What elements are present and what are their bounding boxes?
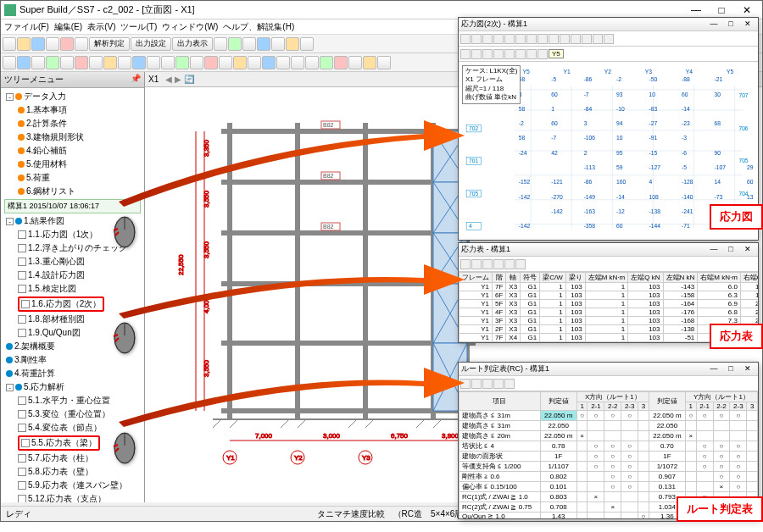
tb-icon[interactable] — [46, 37, 59, 51]
tb-icon[interactable] — [118, 56, 131, 69]
minimize-button[interactable]: — — [684, 3, 708, 17]
tb-icon[interactable] — [348, 56, 362, 69]
mini-tb[interactable] — [482, 49, 493, 59]
mini-tb[interactable] — [526, 34, 537, 44]
tree-item[interactable]: 1.5.検定比図 — [3, 282, 142, 296]
min-icon[interactable]: — — [706, 19, 721, 30]
tb-icon[interactable] — [228, 37, 242, 51]
mini-tb[interactable] — [460, 259, 471, 269]
mini-tb[interactable] — [604, 34, 614, 44]
tree-item[interactable]: 1.基本事項 — [3, 103, 142, 117]
menu-file[interactable]: ファイル(F) — [4, 21, 49, 33]
tree-item[interactable]: 2.計算条件 — [3, 117, 142, 130]
mini-tb[interactable] — [537, 49, 548, 59]
tree-item[interactable]: 5.3.変位（重心位置） — [3, 407, 142, 421]
tree-item[interactable]: 5.4.変位表（節点） — [3, 421, 142, 435]
tb-icon[interactable] — [175, 56, 189, 69]
mini-tb[interactable] — [560, 34, 570, 44]
mini-tb[interactable] — [482, 259, 493, 269]
tb-icon[interactable] — [3, 37, 16, 51]
mini-tb[interactable] — [515, 259, 526, 269]
mini-tb[interactable] — [482, 379, 493, 389]
tb-icon[interactable] — [262, 56, 276, 69]
tree-item[interactable]: 5.使用材料 — [3, 158, 142, 171]
tree-highlight-2[interactable]: 5.5.応力表（梁） — [3, 435, 142, 452]
close-icon[interactable]: ✕ — [740, 19, 755, 30]
tb-icon[interactable] — [305, 56, 319, 69]
max-icon[interactable]: □ — [723, 245, 738, 255]
tb-icon[interactable] — [75, 37, 88, 51]
tb-icon[interactable] — [31, 56, 45, 69]
tb-icon[interactable] — [103, 56, 117, 69]
menu-edit[interactable]: 編集(E) — [54, 21, 82, 33]
menu-view[interactable]: 表示(V) — [87, 21, 115, 33]
tree-node-data-input[interactable]: -データ入力 — [3, 90, 142, 103]
mini-tb[interactable] — [493, 49, 504, 59]
tb-shutsuryokuhyoji[interactable]: 出力表示 — [172, 37, 213, 51]
close-icon[interactable]: ✕ — [740, 364, 755, 374]
close-button[interactable]: ✕ — [735, 3, 759, 17]
min-icon[interactable]: — — [706, 364, 721, 374]
tb-icon[interactable] — [190, 56, 203, 69]
mini-tb[interactable] — [504, 34, 515, 44]
maximize-button[interactable]: □ — [710, 3, 733, 17]
tree-item[interactable]: 6.鋼材リスト — [3, 185, 142, 198]
tree-item[interactable]: 3.剛性率 — [3, 353, 142, 367]
tb-icon[interactable] — [3, 56, 16, 69]
tb-icon[interactable] — [276, 56, 290, 69]
tb-kaisekijudge[interactable]: 解析判定 — [89, 37, 130, 51]
tb-icon[interactable] — [377, 56, 391, 69]
tree-item[interactable]: 2.架構概要 — [3, 340, 142, 353]
tb-icon[interactable] — [60, 37, 74, 51]
tb-icon[interactable] — [257, 37, 270, 51]
min-icon[interactable]: — — [706, 245, 721, 255]
tree-node-kekka[interactable]: -1.結果作図 — [3, 214, 142, 228]
tb-icon[interactable] — [242, 37, 256, 51]
tb-icon[interactable] — [248, 56, 261, 69]
tb-icon[interactable] — [132, 56, 146, 69]
max-icon[interactable]: □ — [723, 19, 738, 30]
mini-tb[interactable] — [471, 259, 482, 269]
tree-body[interactable]: -データ入力 1.基本事項2.計算条件3.建物規則形状4.鉛心補筋5.使用材料5… — [1, 88, 144, 502]
tb-icon[interactable] — [214, 37, 227, 51]
tree-highlight-1[interactable]: 1.6.応力図（2次） — [3, 296, 142, 313]
tree-item[interactable]: 5.荷重 — [3, 171, 142, 185]
tb-shutsuryokusettei[interactable]: 出力設定 — [131, 37, 171, 51]
tree-item[interactable]: 3.建物規則形状 — [3, 130, 142, 144]
tree-pin-icon[interactable]: 📌 — [131, 74, 141, 86]
mini-tb[interactable] — [471, 34, 482, 44]
mini-tb[interactable] — [482, 34, 493, 44]
tree-item[interactable]: 5.7.応力表（柱） — [3, 452, 142, 465]
mini-tb[interactable] — [493, 34, 504, 44]
tree-item[interactable]: 5.12.応力表（支点） — [3, 492, 142, 502]
close-icon[interactable]: ✕ — [740, 245, 755, 255]
mini-tb[interactable] — [571, 34, 581, 44]
tb-icon[interactable] — [204, 56, 218, 69]
mini-tb[interactable] — [537, 34, 548, 44]
tree-item[interactable]: 4.鉛心補筋 — [3, 144, 142, 158]
tb-icon[interactable] — [286, 37, 299, 51]
mini-tb[interactable] — [515, 49, 526, 59]
tb-icon[interactable] — [60, 56, 74, 69]
tree-item[interactable]: 4.荷重計算 — [3, 367, 142, 380]
tb-icon[interactable] — [363, 56, 376, 69]
canvas-tab[interactable]: X1 — [148, 75, 159, 84]
tree-item[interactable]: 1.1.応力図（1次） — [3, 228, 142, 241]
tree-item[interactable]: 1.4.設計応力図 — [3, 269, 142, 282]
tb-icon[interactable] — [271, 37, 285, 51]
mini-tb[interactable] — [504, 379, 515, 389]
tb-icon[interactable] — [31, 37, 45, 51]
menu-window[interactable]: ウィンドウ(W) — [162, 21, 218, 33]
tree-item[interactable]: 1.3.重心剛心図 — [3, 255, 142, 269]
tb-icon[interactable] — [233, 56, 247, 69]
tb-icon[interactable] — [75, 56, 88, 69]
tb-icon[interactable] — [147, 56, 160, 69]
mini-tb[interactable] — [460, 49, 471, 59]
mini-tb[interactable] — [493, 259, 504, 269]
tb-icon[interactable] — [46, 56, 59, 69]
tree-item[interactable]: 1.2.浮き上がりのチェック — [3, 241, 142, 255]
tree-item[interactable]: 5.1.水平力・重心位置 — [3, 394, 142, 407]
tb-icon[interactable] — [161, 56, 175, 69]
tb-icon[interactable] — [320, 56, 333, 69]
tb-icon[interactable] — [334, 56, 348, 69]
